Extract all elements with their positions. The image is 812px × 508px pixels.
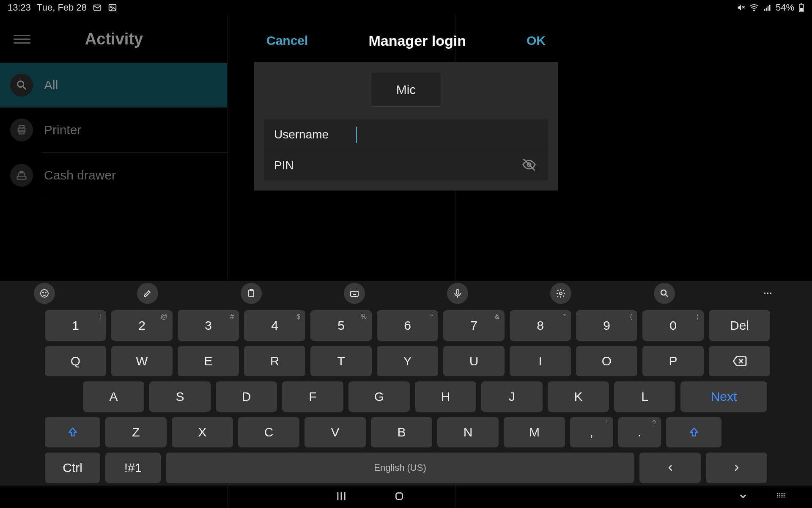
svg-point-37 bbox=[764, 293, 765, 294]
manager-login-dialog: Cancel Manager login OK Mic Username PIN bbox=[254, 19, 558, 190]
mute-icon bbox=[737, 3, 745, 12]
svg-rect-9 bbox=[769, 5, 771, 11]
key-o[interactable]: O bbox=[576, 346, 637, 376]
key-backspace[interactable] bbox=[709, 346, 770, 376]
svg-rect-47 bbox=[779, 493, 780, 494]
svg-rect-58 bbox=[781, 497, 782, 497]
svg-rect-12 bbox=[801, 3, 802, 4]
key-r[interactable]: R bbox=[244, 346, 305, 376]
key-3[interactable]: #3 bbox=[178, 310, 239, 341]
key-x[interactable]: X bbox=[172, 417, 233, 447]
key-s[interactable]: S bbox=[149, 381, 211, 412]
key-a[interactable]: A bbox=[83, 381, 144, 412]
key-q[interactable]: Q bbox=[45, 346, 106, 376]
svg-rect-54 bbox=[782, 494, 783, 495]
voice-input-icon[interactable] bbox=[447, 283, 468, 304]
key-4[interactable]: $4 bbox=[244, 310, 305, 341]
pin-field[interactable]: PIN bbox=[264, 150, 548, 180]
key-,[interactable]: !, bbox=[570, 417, 613, 447]
keyboard-mode-icon[interactable] bbox=[344, 283, 365, 304]
key-p[interactable]: P bbox=[642, 346, 704, 376]
settings-icon[interactable] bbox=[550, 283, 571, 304]
mic-button[interactable]: Mic bbox=[370, 73, 442, 107]
key-.[interactable]: ?. bbox=[618, 417, 661, 447]
gmail-icon bbox=[93, 3, 102, 12]
key-0[interactable]: )0 bbox=[642, 310, 704, 341]
menu-icon[interactable] bbox=[14, 30, 30, 47]
key-c[interactable]: C bbox=[238, 417, 299, 447]
key-symbols[interactable]: !#1 bbox=[105, 453, 161, 483]
key-2[interactable]: @2 bbox=[111, 310, 173, 341]
cancel-button[interactable]: Cancel bbox=[266, 33, 308, 48]
key-shift-left[interactable] bbox=[45, 417, 100, 447]
key-7[interactable]: &7 bbox=[443, 310, 505, 341]
key-y[interactable]: Y bbox=[377, 346, 438, 376]
svg-rect-18 bbox=[17, 176, 26, 179]
key-space[interactable]: English (US) bbox=[166, 453, 634, 483]
key-w[interactable]: W bbox=[111, 346, 173, 376]
more-icon[interactable] bbox=[757, 283, 778, 304]
key-n[interactable]: N bbox=[437, 417, 499, 447]
system-navbar bbox=[0, 486, 812, 508]
key-9[interactable]: (9 bbox=[576, 310, 637, 341]
keyboard-switch-icon[interactable] bbox=[776, 491, 787, 503]
key-delete[interactable]: Del bbox=[709, 310, 770, 341]
handwriting-icon[interactable] bbox=[137, 283, 158, 304]
svg-rect-57 bbox=[779, 497, 780, 497]
clipboard-icon[interactable] bbox=[241, 283, 262, 304]
key-e[interactable]: E bbox=[178, 346, 239, 376]
sidebar-item-all[interactable]: All bbox=[0, 63, 227, 108]
svg-rect-52 bbox=[779, 494, 780, 495]
sidebar-item-printer[interactable]: Printer bbox=[0, 108, 227, 152]
ok-button[interactable]: OK bbox=[527, 33, 546, 48]
key-u[interactable]: U bbox=[443, 346, 505, 376]
wifi-icon bbox=[749, 3, 759, 12]
key-h[interactable]: H bbox=[415, 381, 476, 412]
key-6[interactable]: ^6 bbox=[377, 310, 438, 341]
key-shift-right[interactable] bbox=[666, 417, 721, 447]
key-arrow-left[interactable] bbox=[639, 453, 701, 483]
visibility-toggle-icon[interactable] bbox=[522, 157, 538, 174]
battery-text: 54% bbox=[776, 2, 794, 13]
key-5[interactable]: %5 bbox=[310, 310, 372, 341]
svg-point-22 bbox=[41, 290, 48, 297]
svg-point-39 bbox=[770, 293, 771, 294]
back-icon[interactable] bbox=[738, 491, 749, 503]
photo-icon bbox=[108, 3, 117, 12]
key-j[interactable]: J bbox=[481, 381, 543, 412]
username-field[interactable]: Username bbox=[264, 119, 548, 150]
key-b[interactable]: B bbox=[371, 417, 432, 447]
search-icon[interactable] bbox=[654, 283, 675, 304]
svg-point-5 bbox=[754, 10, 754, 11]
svg-point-23 bbox=[43, 292, 44, 293]
key-arrow-right[interactable] bbox=[706, 453, 767, 483]
emoji-icon[interactable] bbox=[34, 283, 55, 304]
svg-rect-19 bbox=[20, 171, 23, 173]
key-8[interactable]: *8 bbox=[510, 310, 571, 341]
key-m[interactable]: M bbox=[504, 417, 565, 447]
key-z[interactable]: Z bbox=[105, 417, 167, 447]
key-v[interactable]: V bbox=[304, 417, 366, 447]
key-f[interactable]: F bbox=[282, 381, 343, 412]
svg-rect-11 bbox=[800, 8, 803, 11]
pin-label: PIN bbox=[274, 159, 346, 172]
key-1[interactable]: !1 bbox=[45, 310, 106, 341]
key-g[interactable]: G bbox=[348, 381, 410, 412]
key-t[interactable]: T bbox=[310, 346, 372, 376]
status-time: 13:23 bbox=[8, 2, 31, 13]
key-next[interactable]: Next bbox=[680, 381, 767, 412]
key-ctrl[interactable]: Ctrl bbox=[45, 453, 100, 483]
sidebar-item-cash-drawer[interactable]: Cash drawer bbox=[0, 153, 227, 198]
svg-rect-49 bbox=[782, 493, 783, 494]
key-l[interactable]: L bbox=[614, 381, 675, 412]
recents-icon[interactable] bbox=[335, 490, 347, 504]
svg-rect-46 bbox=[777, 493, 778, 494]
svg-line-36 bbox=[665, 295, 668, 297]
key-i[interactable]: I bbox=[510, 346, 571, 376]
sidebar-item-label: All bbox=[44, 78, 58, 92]
key-d[interactable]: D bbox=[216, 381, 277, 412]
svg-rect-17 bbox=[19, 131, 24, 134]
key-k[interactable]: K bbox=[548, 381, 609, 412]
svg-rect-50 bbox=[785, 493, 785, 494]
home-icon[interactable] bbox=[394, 491, 405, 503]
